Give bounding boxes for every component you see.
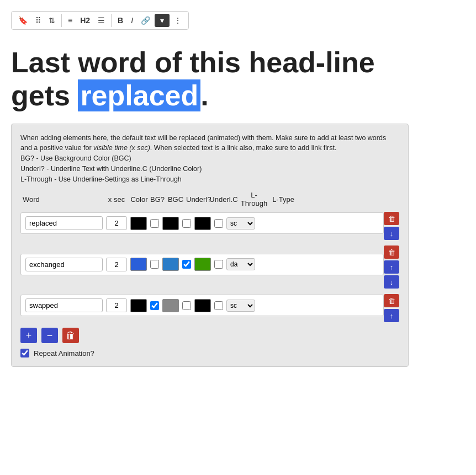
bold-button[interactable]: B [114, 14, 126, 27]
repeat-checkbox[interactable] [20, 349, 29, 357]
col-underlc-label: Underl.C [208, 195, 239, 204]
panel-description: When adding elements here, the default t… [20, 133, 399, 185]
col-ltype-label: L-Type [269, 195, 298, 204]
headline-after: . [200, 79, 208, 111]
delete-row-1[interactable]: 🗑 [384, 245, 399, 259]
row-actions-1: 🗑 ↑ ↓ [384, 245, 399, 289]
toolbar-separator-2 [111, 14, 112, 27]
col-color-label: Color [129, 195, 150, 204]
bgc-swatch-0[interactable] [162, 217, 179, 230]
col-lthrough-label: L-Through [239, 191, 269, 207]
list-button[interactable]: ≡ [65, 14, 76, 27]
link-button[interactable]: 🔗 [137, 14, 154, 27]
underlc-swatch-2[interactable] [194, 299, 211, 312]
desc-bg: BG? - Use Background Color (BGC) [20, 154, 131, 162]
align-button[interactable]: ☰ [94, 14, 108, 27]
underlc-swatch-0[interactable] [194, 217, 211, 230]
col-xsec-label: x sec [104, 195, 129, 204]
bookmark-button[interactable]: 🔖 [15, 14, 31, 27]
col-underl-label: Underl? [186, 195, 208, 204]
ltype-select-0[interactable]: sc da do [226, 217, 255, 230]
editor-toolbar: 🔖 ⠿ ⇅ ≡ H2 ☰ B I 🔗 ▾ ⋮ [11, 11, 189, 30]
sec-input-2[interactable] [106, 298, 127, 312]
word-input-1[interactable] [25, 258, 103, 271]
col-word-label: Word [23, 195, 104, 204]
headline-highlight: replaced [78, 79, 200, 111]
desc-line2: . When selected text is a link also, mak… [150, 144, 337, 152]
color-swatch-1[interactable] [130, 258, 147, 271]
grid-button[interactable]: ⠿ [32, 14, 44, 27]
repeat-label: Repeat Animation? [34, 349, 94, 357]
word-row-2: sc da do 🗑 ↑ [20, 294, 399, 322]
underl-checkbox-2[interactable] [182, 301, 191, 310]
arrows-button[interactable]: ⇅ [45, 14, 59, 27]
row-actions-0: 🗑 ↓ [384, 212, 399, 240]
desc-underl: Underl? - Underline Text with Underline.… [20, 165, 202, 173]
bgc-swatch-1[interactable] [162, 258, 179, 271]
italic-button[interactable]: I [128, 14, 136, 27]
ltype-select-1[interactable]: sc da do [226, 258, 255, 270]
sec-input-0[interactable] [106, 216, 127, 230]
bg-checkbox-0[interactable] [150, 219, 159, 228]
lthrough-checkbox-0[interactable] [214, 219, 223, 228]
word-row-inner-0: sc da do [20, 212, 384, 234]
desc-italic: visible time (x sec) [93, 144, 150, 152]
sec-input-1[interactable] [106, 258, 127, 271]
remove-button[interactable]: − [41, 328, 58, 343]
underl-checkbox-1[interactable] [182, 260, 191, 269]
toolbar-separator-1 [61, 14, 62, 27]
word-input-2[interactable] [25, 298, 103, 312]
lthrough-checkbox-2[interactable] [214, 301, 223, 310]
underlc-swatch-1[interactable] [194, 258, 211, 271]
word-row-inner-1: sc da do [20, 254, 384, 275]
bg-checkbox-1[interactable] [150, 260, 159, 269]
col-bgc-label: BGC [165, 195, 186, 204]
word-row-1: sc da do 🗑 ↑ ↓ [20, 245, 399, 289]
up-row-2[interactable]: ↑ [384, 309, 399, 322]
ltype-select-2[interactable]: sc da do [226, 300, 255, 312]
h2-button[interactable]: H2 [77, 14, 93, 27]
down-row-1[interactable]: ↓ [384, 275, 399, 289]
underl-checkbox-0[interactable] [182, 219, 191, 228]
color-swatch-0[interactable] [130, 217, 147, 230]
row-actions-2: 🗑 ↑ [384, 294, 399, 322]
add-button[interactable]: + [20, 328, 37, 343]
word-row-inner-2: sc da do [20, 295, 384, 316]
word-row-0: sc da do 🗑 ↓ [20, 212, 399, 240]
delete-row-0[interactable]: 🗑 [384, 212, 399, 225]
table-header: Word x sec Color BG? BGC Underl? Underl.… [20, 191, 399, 207]
word-input-0[interactable] [25, 216, 103, 230]
lthrough-checkbox-1[interactable] [214, 260, 223, 269]
delete-all-button[interactable]: 🗑 [62, 328, 79, 343]
col-bg-label: BG? [150, 195, 165, 204]
up-row-1[interactable]: ↑ [384, 260, 399, 274]
bg-checkbox-2[interactable] [150, 301, 159, 310]
animation-panel: When adding elements here, the default t… [11, 124, 409, 367]
desc-lthrough: L-Through - Use Underline-Settings as Li… [20, 175, 182, 183]
more-button[interactable]: ⋮ [171, 14, 185, 27]
dropdown-button[interactable]: ▾ [155, 14, 170, 27]
repeat-row: Repeat Animation? [20, 349, 399, 357]
delete-row-2[interactable]: 🗑 [384, 294, 399, 307]
color-swatch-2[interactable] [130, 299, 147, 312]
bgc-swatch-2[interactable] [162, 299, 179, 312]
headline: Last word of this head-line gets replace… [11, 46, 398, 113]
bottom-controls: + − 🗑 [20, 328, 399, 343]
down-row-0[interactable]: ↓ [384, 227, 399, 240]
